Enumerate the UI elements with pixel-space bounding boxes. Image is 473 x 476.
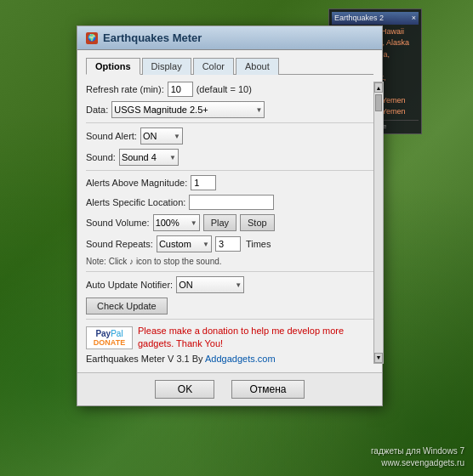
dialog-icon: 🌍: [86, 32, 98, 44]
data-row: Data: USGS Magnitude 2.5+ USGS Magnitude…: [86, 101, 373, 118]
alerts-magnitude-row: Alerts Above Magnitude:: [86, 175, 373, 190]
sound-select-wrapper: Sound 1 Sound 2 Sound 3 Sound 4 Sound 5: [119, 149, 179, 166]
scrollbar[interactable]: ▲ ▼: [373, 82, 384, 364]
alerts-magnitude-input[interactable]: [191, 175, 216, 190]
widget-titlebar: Earthquakes 2 ×: [332, 12, 419, 25]
data-label: Data:: [86, 105, 108, 115]
sound-repeats-count[interactable]: [215, 236, 241, 252]
separator-1: [86, 122, 373, 123]
paypal-donate-label: DONATE: [94, 338, 125, 347]
bottom-right-text: гаджеты для Windows 7 www.sevengadgets.r…: [371, 445, 464, 469]
separator-4: [86, 319, 373, 320]
sound-repeats-select-wrapper: Custom Loop 1 2 3 5: [157, 235, 212, 252]
scrollbar-thumb[interactable]: [375, 94, 382, 111]
refresh-rate-input[interactable]: [168, 82, 193, 97]
scrollbar-down[interactable]: ▼: [374, 353, 383, 363]
dialog-titlebar: 🌍 Earthquakes Meter: [77, 26, 382, 50]
widget-title: Earthquakes 2: [334, 13, 384, 24]
note-text: Note: Click ♪ icon to stop the sound.: [86, 257, 373, 266]
auto-update-label: Auto Update Notifier:: [86, 280, 173, 290]
sound-volume-row: Sound Volume: 50% 75% 100% Play Stop: [86, 214, 373, 231]
sound-alert-select[interactable]: ON OFF: [140, 128, 183, 144]
scrollbar-up[interactable]: ▲: [374, 82, 383, 93]
sound-repeats-select[interactable]: Custom Loop 1 2 3 5: [157, 235, 212, 252]
alerts-location-row: Alerts Specific Location:: [86, 195, 373, 210]
tab-options[interactable]: Options: [86, 58, 140, 75]
play-button[interactable]: Play: [203, 214, 236, 231]
refresh-rate-default: (default = 10): [197, 84, 252, 94]
bottom-text-line1: гаджеты для Windows 7: [371, 445, 464, 457]
dialog-title: Earthquakes Meter: [103, 31, 202, 44]
sound-row: Sound: Sound 1 Sound 2 Sound 3 Sound 4 S…: [86, 149, 373, 166]
sound-volume-select[interactable]: 50% 75% 100%: [153, 214, 200, 231]
tab-about[interactable]: About: [236, 58, 279, 75]
separator-2: [86, 170, 373, 171]
options-content: Refresh rate (min): (default = 10) Data:…: [86, 82, 373, 364]
stop-button[interactable]: Stop: [240, 214, 275, 231]
bottom-text-line2: www.sevengadgets.ru: [371, 457, 464, 469]
paypal-top: PayPal: [95, 329, 123, 338]
main-dialog: 🌍 Earthquakes Meter Options Display Colo…: [77, 26, 383, 406]
tab-display[interactable]: Display: [142, 58, 191, 75]
sound-alert-label: Sound Alert:: [86, 131, 137, 141]
check-update-button[interactable]: Check Update: [86, 298, 168, 314]
sound-alert-select-wrapper: ON OFF: [140, 128, 183, 144]
sound-alert-row: Sound Alert: ON OFF: [86, 128, 373, 144]
data-select[interactable]: USGS Magnitude 2.5+ USGS Magnitude 1.0+ …: [111, 101, 265, 118]
data-select-wrapper: USGS Magnitude 2.5+ USGS Magnitude 1.0+ …: [111, 101, 265, 118]
alerts-magnitude-label: Alerts Above Magnitude:: [86, 178, 187, 188]
times-label: Times: [246, 239, 271, 249]
donate-section: PayPal DONATE Please make a donation to …: [86, 325, 373, 351]
widget-close-icon[interactable]: ×: [412, 13, 416, 24]
sound-repeats-label: Sound Repeats:: [86, 239, 153, 249]
check-update-row: Check Update: [86, 298, 373, 314]
dialog-body: Options Display Color About Refresh rate…: [77, 50, 382, 372]
auto-update-row: Auto Update Notifier: ON OFF: [86, 276, 373, 293]
refresh-rate-row: Refresh rate (min): (default = 10): [86, 82, 373, 97]
dialog-footer: OK Отмена: [77, 372, 382, 405]
footer-text: Earthquakes Meter V 3.1 By Addgadgets.co…: [86, 354, 373, 364]
sound-volume-select-wrapper: 50% 75% 100%: [153, 214, 200, 231]
sound-repeats-row: Sound Repeats: Custom Loop 1 2 3 5 Times: [86, 235, 373, 252]
separator-3: [86, 271, 373, 272]
auto-update-select-wrapper: ON OFF: [176, 276, 244, 293]
donate-message: Please make a donation to help me develo…: [138, 325, 373, 351]
paypal-button[interactable]: PayPal DONATE: [86, 326, 133, 349]
footer-link[interactable]: Addgadgets.com: [205, 354, 276, 364]
tabs-bar: Options Display Color About: [86, 57, 373, 75]
footer-label: Earthquakes Meter V 3.1 By: [86, 354, 203, 364]
ok-button[interactable]: OK: [155, 380, 214, 399]
cancel-button[interactable]: Отмена: [231, 380, 304, 399]
refresh-rate-label: Refresh rate (min):: [86, 84, 164, 94]
auto-update-select[interactable]: ON OFF: [176, 276, 244, 293]
sound-label: Sound:: [86, 152, 116, 162]
tab-color[interactable]: Color: [193, 58, 234, 75]
sound-volume-label: Sound Volume:: [86, 218, 150, 228]
alerts-location-input[interactable]: [189, 195, 274, 210]
sound-select[interactable]: Sound 1 Sound 2 Sound 3 Sound 4 Sound 5: [119, 149, 179, 166]
alerts-location-label: Alerts Specific Location:: [86, 197, 185, 207]
